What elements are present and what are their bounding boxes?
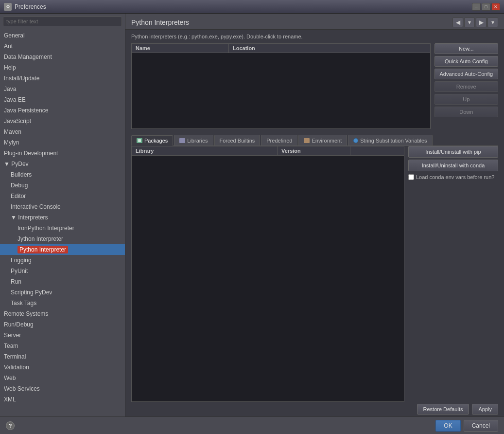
tab-packages[interactable]: ▦ Packages — [131, 135, 173, 146]
interpreter-table-body — [132, 53, 430, 128]
version-column-header: Version — [278, 146, 350, 155]
tab-environment[interactable]: Environment — [298, 135, 347, 145]
tabs-row: ▦ Packages Libraries Forced Builtins Pre… — [131, 135, 498, 146]
sidebar-item-ant[interactable]: Ant — [0, 41, 125, 52]
sidebar-item-pydev[interactable]: ▼ PyDev — [0, 159, 125, 169]
location-column-header: Location — [229, 44, 321, 53]
close-button[interactable]: ✕ — [491, 3, 500, 11]
package-action-buttons: Install/Uninstall with pip Install/Unins… — [408, 146, 498, 402]
sidebar-item-jython-interpreter[interactable]: Jython Interpreter — [0, 234, 125, 244]
content-area: Python Interpreters ◀ ▾ ▶ ▾ Python inter… — [125, 14, 504, 416]
app-icon: ⚙ — [4, 3, 12, 11]
interpreter-section: Python interpreters (e.g.: python.exe, p… — [125, 30, 504, 133]
window-title: Preferences — [15, 3, 472, 10]
sidebar-item-help[interactable]: Help — [0, 62, 125, 73]
sidebar-item-maven[interactable]: Maven — [0, 127, 125, 137]
maximize-button[interactable]: □ — [482, 3, 490, 11]
load-conda-checkbox[interactable] — [408, 174, 414, 180]
conda-checkbox-row: Load conda env vars before run? — [408, 174, 498, 180]
sidebar-item-java-ee[interactable]: Java EE — [0, 94, 125, 105]
nav-buttons: ◀ ▾ ▶ ▾ — [452, 18, 498, 27]
sidebar-item-xml[interactable]: XML — [0, 394, 125, 405]
packages-table-header: Library Version — [132, 146, 404, 156]
footer-left: ? — [6, 421, 15, 430]
sidebar-item-server[interactable]: Server — [0, 330, 125, 341]
interpreter-table-header: Name Location — [132, 44, 430, 53]
sidebar-item-interactive-console[interactable]: Interactive Console — [0, 201, 125, 212]
interpreter-table-area: Name Location New... Quick Auto-Config A… — [131, 43, 498, 129]
sidebar-item-python-interpreter[interactable]: Python Interpreter — [0, 244, 125, 255]
sidebar: GeneralAntData ManagementHelpInstall/Upd… — [0, 14, 125, 416]
filter-input[interactable] — [3, 17, 122, 26]
sidebar-item-terminal[interactable]: Terminal — [0, 351, 125, 362]
tab-string-substitution[interactable]: String Substitution Variables — [348, 135, 432, 145]
library-column-header: Library — [132, 146, 278, 155]
interpreter-description: Python interpreters (e.g.: python.exe, p… — [131, 34, 498, 39]
nav-forward-button[interactable]: ▶ — [476, 18, 487, 27]
sidebar-item-builders[interactable]: Builders — [0, 169, 125, 180]
name-column-header: Name — [132, 44, 229, 53]
sidebar-item-java-persistence[interactable]: Java Persistence — [0, 105, 125, 116]
main-container: GeneralAntData ManagementHelpInstall/Upd… — [0, 14, 504, 416]
new-button[interactable]: New... — [434, 43, 498, 54]
install-pip-button[interactable]: Install/Uninstall with pip — [408, 146, 498, 158]
interpreter-table: Name Location — [131, 43, 431, 129]
install-conda-button[interactable]: Install/Uninstall with conda — [408, 160, 498, 171]
sidebar-item-java[interactable]: Java — [0, 84, 125, 94]
sidebar-item-task-tags[interactable]: Task Tags — [0, 298, 125, 308]
nav-back-button[interactable]: ◀ — [452, 18, 463, 27]
footer-right: OK Cancel — [435, 420, 498, 432]
up-button[interactable]: Up — [434, 94, 498, 105]
load-conda-label: Load conda env vars before run? — [416, 174, 494, 180]
packages-tab-icon: ▦ — [137, 138, 142, 143]
sidebar-item-javascript[interactable]: JavaScript — [0, 116, 125, 127]
apply-button[interactable]: Apply — [472, 404, 498, 415]
sidebar-item-remote-systems[interactable]: Remote Systems — [0, 308, 125, 319]
minimize-button[interactable]: – — [472, 3, 481, 11]
remove-button[interactable]: Remove — [434, 81, 498, 92]
tab-forced-builtins[interactable]: Forced Builtins — [214, 135, 261, 145]
sidebar-item-validation[interactable]: Validation — [0, 362, 125, 373]
sidebar-item-run[interactable]: Run — [0, 276, 125, 287]
sidebar-item-general[interactable]: General — [0, 30, 125, 41]
page-title: Python Interpreters — [131, 18, 189, 26]
sidebar-item-web[interactable]: Web — [0, 373, 125, 383]
nav-menu-button[interactable]: ▾ — [487, 18, 498, 27]
tab-libraries[interactable]: Libraries — [174, 135, 213, 145]
sidebar-item-team[interactable]: Team — [0, 341, 125, 351]
sidebar-item-pyunit[interactable]: PyUnit — [0, 266, 125, 276]
down-button[interactable]: Down — [434, 107, 498, 117]
cancel-button[interactable]: Cancel — [464, 420, 498, 432]
sidebar-item-interpreters[interactable]: ▼ Interpreters — [0, 212, 125, 223]
sidebar-item-editor[interactable]: Editor — [0, 191, 125, 201]
window-controls: – □ ✕ — [472, 3, 500, 11]
footer: ? OK Cancel — [0, 416, 504, 434]
tab-predefined[interactable]: Predefined — [261, 135, 297, 145]
sidebar-item-ironpython-interpreter[interactable]: IronPython Interpreter — [0, 223, 125, 234]
nav-dropdown-button[interactable]: ▾ — [464, 18, 475, 27]
help-button[interactable]: ? — [6, 421, 15, 430]
sidebar-item-web-services[interactable]: Web Services — [0, 383, 125, 394]
ok-button[interactable]: OK — [435, 420, 460, 432]
interpreter-action-buttons: New... Quick Auto-Config Advanced Auto-C… — [434, 43, 498, 129]
content-header: Python Interpreters ◀ ▾ ▶ ▾ — [125, 14, 504, 30]
sidebar-item-mylyn[interactable]: Mylyn — [0, 137, 125, 148]
sidebar-item-debug[interactable]: Debug — [0, 180, 125, 191]
sidebar-item-scripting-pydev[interactable]: Scripting PyDev — [0, 287, 125, 298]
content-bottom-actions: Restore Defaults Apply — [125, 402, 504, 416]
title-bar: ⚙ Preferences – □ ✕ — [0, 0, 504, 14]
advanced-auto-config-button[interactable]: Advanced Auto-Config — [434, 69, 498, 79]
environment-tab-icon — [304, 138, 310, 143]
sidebar-item-install-update[interactable]: Install/Update — [0, 73, 125, 84]
sidebar-item-logging[interactable]: Logging — [0, 255, 125, 266]
quick-auto-config-button[interactable]: Quick Auto-Config — [434, 56, 498, 67]
string-sub-tab-icon — [353, 138, 358, 143]
packages-table: Library Version — [131, 146, 404, 402]
packages-area: Library Version Install/Uninstall with p… — [131, 146, 498, 402]
restore-defaults-button[interactable]: Restore Defaults — [417, 404, 469, 415]
sidebar-item-plugin-development[interactable]: Plug-in Development — [0, 148, 125, 159]
sidebar-tree: GeneralAntData ManagementHelpInstall/Upd… — [0, 29, 125, 416]
sidebar-item-run-debug[interactable]: Run/Debug — [0, 319, 125, 330]
tabs-area: ▦ Packages Libraries Forced Builtins Pre… — [125, 135, 504, 146]
sidebar-item-data-management[interactable]: Data Management — [0, 52, 125, 62]
